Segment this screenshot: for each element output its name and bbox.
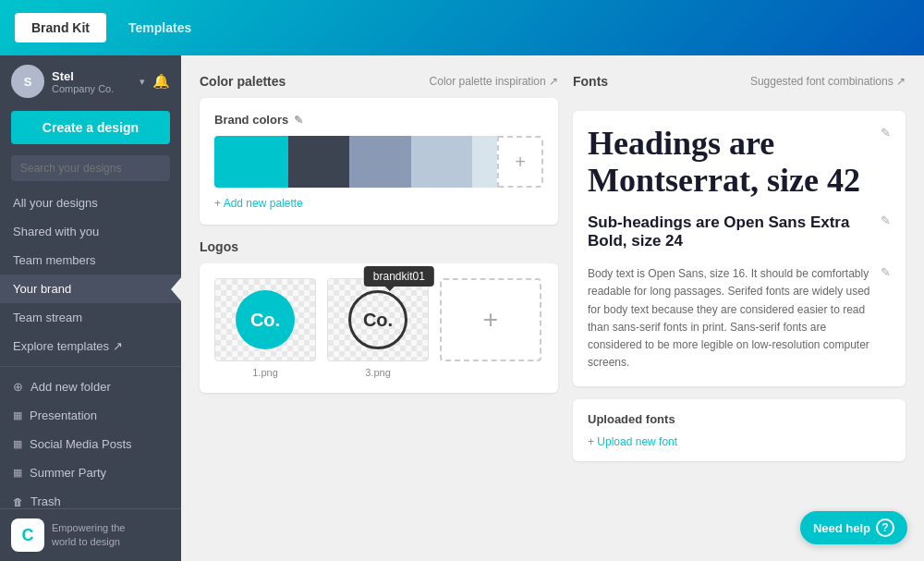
edit-body-font-icon[interactable]: ✎ — [881, 265, 891, 279]
user-name: Stel — [52, 69, 130, 83]
edit-brand-colors-icon[interactable]: ✎ — [294, 114, 303, 127]
add-folder-icon: ⊕ — [13, 380, 23, 394]
sidebar-item-presentation[interactable]: ▦ Presentation — [0, 401, 181, 430]
uploaded-fonts-card: Uploaded fonts + Upload new font — [573, 399, 906, 461]
font-subheading-preview: Sub-headings are Open Sans Extra Bold, s… — [588, 213, 877, 250]
logos-header: Logos — [200, 239, 558, 254]
logo-outline-circle: Co. — [348, 290, 407, 349]
add-logo-button[interactable]: + — [440, 278, 541, 361]
logo-item-2[interactable]: brandkit01 Co. 3.png — [327, 278, 429, 378]
sidebar-item-label: Your brand — [13, 282, 71, 296]
content-area: Color palettes Color palette inspiration… — [181, 55, 924, 561]
uploaded-fonts-title: Uploaded fonts — [588, 412, 891, 426]
logo-filename-2: 3.png — [365, 367, 391, 378]
sidebar-item-label: Team members — [13, 253, 96, 267]
user-info: Stel Company Co. — [52, 69, 130, 94]
sidebar-item-label: Summer Party — [30, 466, 106, 480]
user-company: Company Co. — [52, 83, 130, 94]
color-palettes-title: Color palettes — [200, 74, 286, 89]
logo-add-section: + — [440, 278, 541, 378]
color-palettes-header: Color palettes Color palette inspiration… — [200, 74, 558, 89]
sidebar-item-label: Add new folder — [30, 380, 111, 394]
swatch-lighter — [472, 136, 497, 188]
sidebar-item-label: All your designs — [13, 196, 98, 210]
sidebar-item-trash[interactable]: 🗑 Trash — [0, 487, 181, 508]
sidebar-item-team-stream[interactable]: Team stream — [0, 303, 181, 332]
edit-subheading-font-icon[interactable]: ✎ — [881, 213, 891, 227]
sidebar-item-social-media[interactable]: ▦ Social Media Posts — [0, 430, 181, 458]
color-palettes-card: Brand colors ✎ + + Add new palette — [200, 98, 558, 225]
sidebar: S Stel Company Co. ▾ 🔔 Create a design A… — [0, 55, 181, 561]
help-icon: ? — [876, 518, 894, 537]
app-header: Brand Kit Templates — [0, 0, 924, 55]
folder-icon: ▦ — [13, 438, 22, 450]
add-swatch-button[interactable]: + — [497, 136, 543, 188]
folder-icon: ▦ — [13, 467, 22, 479]
logos-title: Logos — [200, 239, 238, 254]
logo-filename-1: 1.png — [252, 367, 278, 378]
sidebar-item-label: Team stream — [13, 311, 82, 324]
search-input[interactable] — [11, 155, 170, 181]
bell-icon[interactable]: 🔔 — [152, 73, 170, 90]
sidebar-item-add-folder[interactable]: ⊕ Add new folder — [0, 372, 181, 401]
swatch-medium — [349, 136, 411, 188]
logos-card: Co. 1.png brandkit01 Co. 3.png — [200, 263, 558, 393]
sidebar-footer: C Empowering theworld to design — [0, 508, 181, 561]
upload-font-link[interactable]: + Upload new font — [588, 435, 891, 448]
dropdown-icon[interactable]: ▾ — [140, 76, 145, 88]
sidebar-item-label: Trash — [30, 494, 61, 508]
color-swatches: + — [214, 136, 543, 188]
font-combinations-link[interactable]: Suggested font combinations ↗ — [750, 75, 906, 88]
sidebar-item-label: Shared with you — [13, 225, 99, 238]
left-panel: Color palettes Color palette inspiration… — [200, 74, 558, 543]
color-palettes-section: Color palettes Color palette inspiration… — [200, 74, 558, 225]
main-layout: S Stel Company Co. ▾ 🔔 Create a design A… — [0, 55, 924, 561]
add-palette-link[interactable]: + Add new palette — [214, 197, 543, 210]
divider — [0, 366, 181, 367]
need-help-label: Need help — [813, 521, 870, 535]
fonts-header: Fonts Suggested font combinations ↗ — [573, 74, 906, 89]
trash-icon: 🗑 — [13, 496, 23, 507]
swatch-light — [411, 136, 473, 188]
logos-section: Logos Co. 1.png — [200, 239, 558, 393]
color-palette-inspiration-link[interactable]: Color palette inspiration ↗ — [430, 75, 558, 88]
sidebar-item-label: Social Media Posts — [30, 437, 132, 451]
logo-thumb-2: brandkit01 Co. — [327, 278, 429, 361]
sidebar-item-all-designs[interactable]: All your designs — [0, 189, 181, 217]
logo-item-1[interactable]: Co. 1.png — [214, 278, 316, 378]
logo-teal-circle: Co. — [236, 290, 295, 349]
canva-logo: C — [11, 518, 44, 552]
sidebar-item-your-brand[interactable]: Your brand — [0, 274, 181, 303]
sidebar-item-label: Presentation — [30, 409, 97, 422]
swatch-teal — [214, 136, 288, 188]
sidebar-item-shared-with-you[interactable]: Shared with you — [0, 217, 181, 246]
tab-brand-kit[interactable]: Brand Kit — [15, 13, 106, 43]
need-help-button[interactable]: Need help ? — [800, 511, 907, 544]
font-heading-preview: Headings are Montserrat, size 42 — [588, 126, 877, 199]
sidebar-nav: All your designs Shared with you Team me… — [0, 189, 181, 508]
sidebar-item-explore-templates[interactable]: Explore templates ↗ — [0, 332, 181, 360]
sidebar-user-area: S Stel Company Co. ▾ 🔔 — [0, 55, 181, 104]
right-panel: Fonts Suggested font combinations ↗ Head… — [573, 74, 906, 543]
fonts-card: Headings are Montserrat, size 42 ✎ Sub-h… — [573, 111, 906, 386]
edit-heading-font-icon[interactable]: ✎ — [881, 126, 891, 140]
logos-grid: Co. 1.png brandkit01 Co. 3.png — [214, 278, 543, 378]
folder-icon: ▦ — [13, 409, 22, 421]
logo-thumb-1: Co. — [214, 278, 316, 361]
logo-tooltip: brandkit01 — [364, 266, 434, 287]
sidebar-item-team-members[interactable]: Team members — [0, 246, 181, 274]
sidebar-item-summer-party[interactable]: ▦ Summer Party — [0, 458, 181, 487]
fonts-title: Fonts — [573, 74, 608, 89]
create-design-button[interactable]: Create a design — [11, 111, 170, 144]
brand-colors-label: Brand colors ✎ — [214, 113, 543, 127]
avatar: S — [11, 65, 44, 98]
font-body-preview: Body text is Open Sans, size 16. It shou… — [588, 265, 877, 372]
sidebar-item-label: Explore templates ↗ — [13, 339, 123, 353]
tab-templates[interactable]: Templates — [112, 13, 208, 43]
footer-tagline: Empowering theworld to design — [52, 521, 126, 550]
swatch-dark — [288, 136, 350, 188]
